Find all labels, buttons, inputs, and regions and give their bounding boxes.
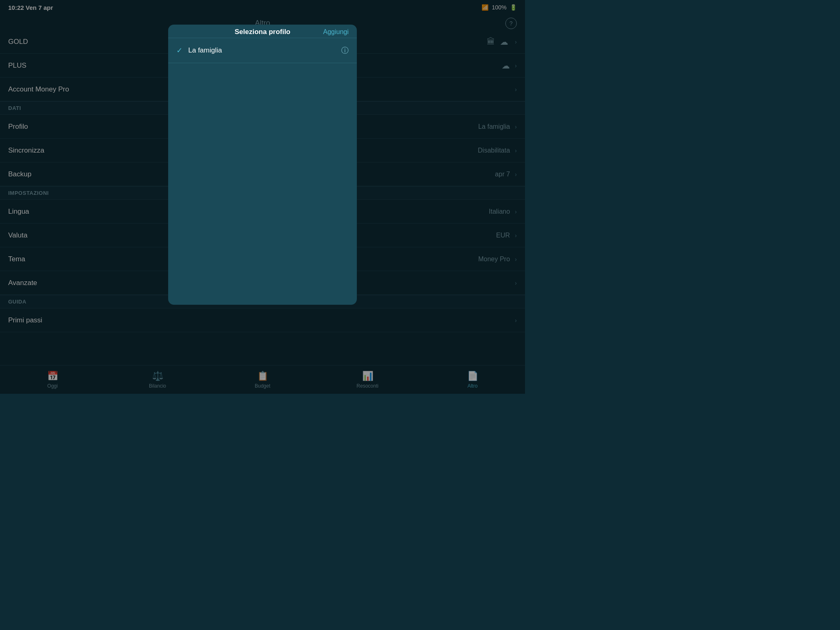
modal-title: Seleziona profilo bbox=[235, 28, 290, 36]
modal-body: ✓ La famiglia ⓘ bbox=[168, 38, 357, 305]
profile-info-icon[interactable]: ⓘ bbox=[341, 46, 349, 55]
profile-name: La famiglia bbox=[188, 46, 222, 55]
selected-check-icon: ✓ bbox=[176, 46, 183, 55]
modal-header: Seleziona profilo Aggiungi bbox=[168, 25, 357, 38]
modal-add-button[interactable]: Aggiungi bbox=[323, 28, 349, 36]
profile-row-la-famiglia[interactable]: ✓ La famiglia ⓘ bbox=[168, 38, 357, 63]
profile-modal: Seleziona profilo Aggiungi ✓ La famiglia… bbox=[168, 25, 357, 305]
